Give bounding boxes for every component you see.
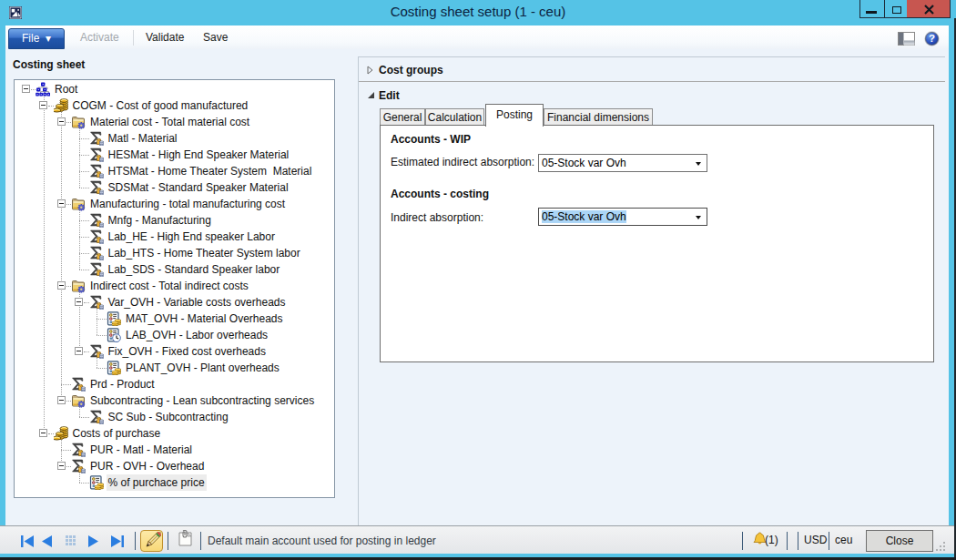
svg-text:?: ?: [929, 33, 935, 44]
